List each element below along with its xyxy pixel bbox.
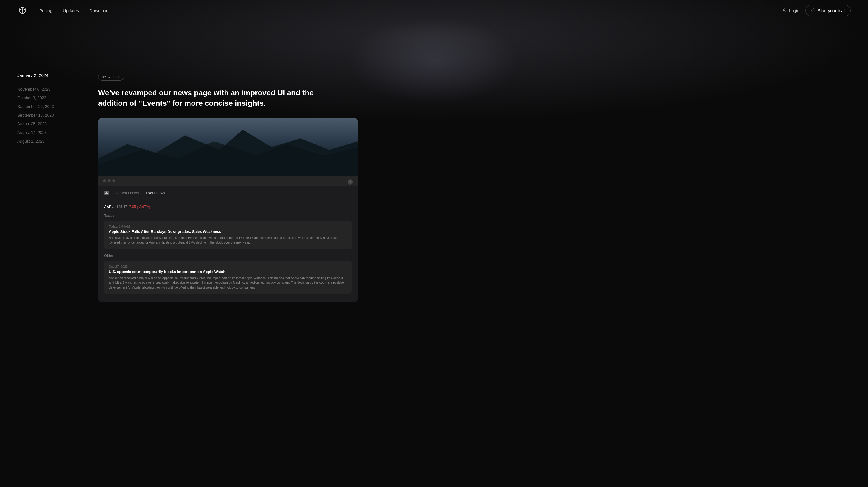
nav-left: Pricing Updates Download: [17, 5, 108, 16]
nav-pricing[interactable]: Pricing: [39, 8, 53, 13]
news-title: Apple Stock Falls After Barclays Downgra…: [109, 229, 347, 234]
app-body: AAPL · 185.47 -7.05 (-3.67%) Today Today…: [98, 200, 358, 302]
article: Update We've revamped our news page with…: [98, 73, 358, 302]
svg-point-1: [812, 9, 815, 12]
ticker-price: 185.47: [117, 205, 127, 209]
news-date-older: Dec 27, 2023: [109, 265, 347, 268]
dot-2: [107, 179, 111, 182]
app-window: × General news Event news A: [98, 176, 358, 302]
window-close[interactable]: ×: [348, 179, 353, 184]
svg-point-0: [783, 9, 785, 10]
logo[interactable]: [17, 5, 28, 16]
login-button[interactable]: Login: [782, 8, 800, 13]
screenshot-bg: [98, 118, 358, 176]
date-item-2[interactable]: September 25, 2023: [17, 104, 87, 109]
nav-download[interactable]: Download: [89, 8, 109, 13]
news-title-older: U.S. appeals court temporarily blocks im…: [109, 269, 347, 274]
date-item-6[interactable]: August 1, 2023: [17, 139, 87, 144]
section-today: Today: [104, 213, 352, 218]
current-date: January 2, 2024: [17, 73, 87, 78]
article-title: We've revamped our news page with an imp…: [98, 88, 329, 109]
nav-updates[interactable]: Updates: [63, 8, 79, 13]
dot-1: [103, 179, 106, 182]
news-card-today: Today, 8:49AM Apple Stock Falls After Ba…: [104, 221, 352, 249]
nav-links: Pricing Updates Download: [39, 8, 108, 13]
trial-icon: [811, 8, 815, 12]
date-item-1[interactable]: October 3, 2023: [17, 95, 87, 100]
nav-right: Login Start your trial: [782, 5, 851, 16]
screenshot-container: × General news Event news A: [98, 118, 358, 303]
window-chrome: ×: [98, 176, 358, 186]
app-nav: General news Event news: [98, 186, 358, 200]
ticker-separator: ·: [115, 205, 117, 209]
svg-point-2: [813, 10, 814, 11]
app-tab-general[interactable]: General news: [116, 190, 139, 196]
news-time: Today, 8:49AM: [109, 225, 347, 228]
date-item-5[interactable]: August 14, 2023: [17, 130, 87, 135]
update-icon: [102, 75, 106, 79]
news-card-older: Dec 27, 2023 U.S. appeals court temporar…: [104, 261, 352, 294]
ticker-info: AAPL · 185.47 -7.05 (-3.67%): [104, 205, 352, 209]
date-item-4[interactable]: August 25, 2023: [17, 122, 87, 126]
sidebar: January 2, 2024 November 6, 2023 October…: [17, 73, 87, 302]
dot-3: [112, 179, 115, 182]
date-item-3[interactable]: September 18, 2023: [17, 113, 87, 118]
login-icon: [782, 8, 786, 13]
ticker-change: -7.05 (-3.67%): [128, 205, 150, 209]
ticker-symbol: AAPL: [104, 205, 114, 209]
date-item-0[interactable]: November 6, 2023: [17, 87, 87, 91]
mountain-silhouette: [98, 118, 358, 176]
news-body-older: Apple has received a major win as an app…: [109, 276, 347, 290]
navigation: Pricing Updates Download Login Start you…: [0, 0, 868, 21]
section-older: Older: [104, 254, 352, 258]
badge-label: Update: [107, 75, 120, 79]
window-dots: [103, 179, 115, 182]
trial-button[interactable]: Start your trial: [805, 5, 851, 16]
date-list: November 6, 2023 October 3, 2023 Septemb…: [17, 87, 87, 144]
app-logo-icon: [104, 191, 109, 195]
news-body: Barclays analysts have downgraded Apple …: [109, 235, 347, 245]
main-content: January 2, 2024 November 6, 2023 October…: [0, 21, 868, 319]
app-tab-events[interactable]: Event news: [146, 190, 165, 196]
update-badge: Update: [98, 73, 124, 81]
